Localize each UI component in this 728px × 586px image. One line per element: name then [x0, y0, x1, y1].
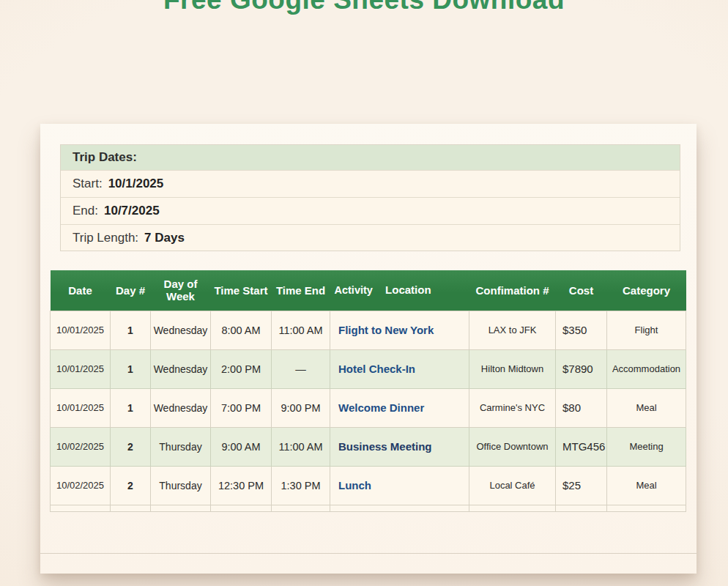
cell-location: Local Café	[469, 466, 556, 505]
empty-cell	[272, 505, 330, 511]
cell-activity: Welcome Dinner	[330, 388, 469, 427]
cell-category: Accommodation	[607, 349, 686, 388]
itinerary-row: 10/01/20251Wednesday8:00 AM11:00 AMFligh…	[51, 311, 686, 349]
cell-cost: $25	[556, 466, 607, 505]
header-activity: Activity	[335, 284, 373, 296]
trip-end-value: 10/7/2025	[104, 204, 160, 218]
cell-time-end: 11:00 AM	[272, 427, 330, 466]
header-date: Date	[51, 270, 111, 311]
itinerary-row: 10/01/20251Wednesday2:00 PM—Hotel Check-…	[51, 349, 686, 388]
cell-time-start: 7:00 PM	[211, 388, 272, 427]
cell-activity: Lunch	[330, 466, 469, 505]
cell-cost: $7890	[556, 349, 607, 388]
cell-date: 10/01/2025	[51, 349, 111, 388]
empty-cell	[151, 505, 211, 511]
spreadsheet-card: Trip Dates: Start: 10/1/2025 End: 10/7/2…	[40, 124, 697, 574]
header-day-number: Day #	[111, 270, 151, 311]
trip-start-value: 10/1/2025	[108, 177, 164, 191]
cell-cost: $350	[556, 311, 607, 349]
cell-location: LAX to JFK	[469, 311, 556, 349]
cell-time-end: 1:30 PM	[272, 466, 330, 505]
cell-time-start: 2:00 PM	[211, 349, 272, 388]
cell-cost: MTG456	[556, 427, 607, 466]
itinerary-table: Date Day # Day of Week Time Start Time E…	[50, 270, 686, 512]
cell-category: Meal	[607, 388, 686, 427]
cell-date: 10/02/2025	[51, 466, 111, 505]
empty-cell	[469, 505, 556, 511]
cell-date: 10/02/2025	[51, 427, 111, 466]
cell-category: Meal	[607, 466, 686, 505]
cell-day-of-week: Wednesday	[151, 349, 211, 388]
cell-time-start: 8:00 AM	[211, 311, 272, 349]
header-activity-location: Activity Location	[330, 270, 469, 311]
cell-activity: Flight to New York	[330, 311, 469, 349]
cell-day-of-week: Wednesday	[151, 388, 211, 427]
trip-summary-header: Trip Dates:	[61, 145, 680, 170]
trip-length-value: 7 Days	[144, 231, 185, 245]
cell-day: 1	[111, 349, 151, 388]
cell-activity: Hotel Check-In	[330, 349, 469, 388]
cell-time-end: —	[272, 349, 330, 388]
trip-end-label: End:	[73, 204, 98, 218]
itinerary-row: 10/01/20251Wednesday7:00 PM9:00 PMWelcom…	[51, 388, 686, 427]
cell-date: 10/01/2025	[51, 311, 111, 349]
card-bottom-rule	[40, 553, 697, 554]
cell-time-end: 9:00 PM	[272, 388, 330, 427]
header-time-start: Time Start	[211, 270, 272, 311]
trip-length-label: Trip Length:	[73, 231, 138, 245]
cell-location: Office Downtown	[469, 427, 556, 466]
trip-start-label: Start:	[73, 177, 103, 191]
cell-day-of-week: Wednesday	[151, 311, 211, 349]
header-category: Category	[607, 270, 686, 311]
trip-end-row: End: 10/7/2025	[61, 197, 680, 224]
cell-cost: $80	[556, 388, 607, 427]
empty-cell	[330, 505, 469, 511]
itinerary-header: Date Day # Day of Week Time Start Time E…	[51, 270, 686, 311]
trip-start-row: Start: 10/1/2025	[61, 170, 680, 197]
cell-day-of-week: Thursday	[151, 466, 211, 505]
cell-day: 2	[111, 466, 151, 505]
empty-cell	[51, 505, 111, 511]
empty-grid-row	[51, 505, 686, 511]
cell-day: 1	[111, 388, 151, 427]
trip-summary: Trip Dates: Start: 10/1/2025 End: 10/7/2…	[60, 144, 680, 251]
empty-cell	[111, 505, 151, 511]
cell-category: Meeting	[607, 427, 686, 466]
trip-summary-header-label: Trip Dates:	[73, 150, 137, 165]
header-location: Location	[385, 283, 431, 296]
cell-location: Carmine's NYC	[469, 388, 556, 427]
cell-time-end: 11:00 AM	[272, 311, 330, 349]
header-time-end: Time End	[272, 270, 330, 311]
header-day-of-week: Day of Week	[151, 270, 211, 311]
itinerary-row: 10/02/20252Thursday12:30 PM1:30 PMLunchL…	[51, 466, 686, 505]
cell-day: 2	[111, 427, 151, 466]
cell-time-start: 12:30 PM	[211, 466, 272, 505]
cell-day-of-week: Thursday	[151, 427, 211, 466]
cell-time-start: 9:00 AM	[211, 427, 272, 466]
empty-cell	[556, 505, 607, 511]
cell-location: Hilton Midtown	[469, 349, 556, 388]
page-title: Free Google Sheets Download	[0, 0, 728, 13]
cell-day: 1	[111, 311, 151, 349]
cell-activity: Business Meeting	[330, 427, 469, 466]
empty-cell	[607, 505, 686, 511]
cell-date: 10/01/2025	[51, 388, 111, 427]
itinerary-row: 10/02/20252Thursday9:00 AM11:00 AMBusine…	[51, 427, 686, 466]
page-background: { "page": { "title": "Free Google Sheets…	[0, 0, 728, 586]
header-confirmation: Confimation #	[469, 270, 556, 311]
header-cost: Cost	[556, 270, 607, 311]
empty-cell	[211, 505, 272, 511]
trip-length-row: Trip Length: 7 Days	[61, 224, 680, 251]
itinerary-rows: 10/01/20251Wednesday8:00 AM11:00 AMFligh…	[51, 311, 686, 511]
cell-category: Flight	[607, 311, 686, 349]
